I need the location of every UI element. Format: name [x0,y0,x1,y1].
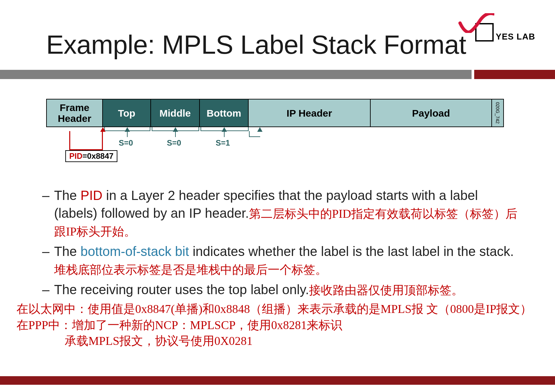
diagram-annotations: S=0 S=0 S=1 PID=0x8847 [46,127,508,167]
bullet-list: – The PID in a Layer 2 header specifies … [33,186,521,298]
pid-value: =0x8847 [82,152,113,160]
s-label-0a: S=0 [119,138,133,148]
bullet-item: – The receiving router uses the top labe… [33,281,521,298]
cell-middle: Middle [150,99,200,127]
logo-checkmark-icon [458,13,494,33]
page-title: Example: MPLS Label Stack Format [0,0,555,70]
bullet-text-0: The PID in a Layer 2 header specifies th… [54,186,521,240]
bullet-item: – The PID in a Layer 2 header specifies … [33,186,521,240]
cell-ip-header: IP Header [248,99,371,127]
bullet-item: – The bottom-of-stack bit indicates whet… [33,242,521,278]
slide: YES LAB Example: MPLS Label Stack Format… [0,0,555,392]
bullet-span: The [54,188,80,203]
bottom-bar [0,376,555,385]
footer-line-1: 在以太网中：使用值是0x8847(单播)和0x8848（组播）来表示承载的是MP… [16,301,538,333]
bullet-span: bottom-of-stack bit [80,244,189,259]
logo: YES LAB [475,23,535,42]
logo-checkbox-icon [475,23,494,42]
bullet-span: indicates whether the label is the last … [189,244,514,259]
logo-text: YES LAB [496,32,535,42]
s-label-1: S=1 [216,138,230,148]
title-divider [0,70,555,79]
bullet-span: PID [80,188,103,203]
pid-label-box: PID=0x8847 [65,150,117,162]
cell-payload: Payload [370,99,492,127]
cell-bottom: Bottom [199,99,249,127]
diagram-side-label: 020G_742 [491,99,504,127]
bullet-span: The receiving router uses the top label … [54,282,309,297]
s-label-0b: S=0 [167,138,181,148]
bullet-span: 接收路由器仅使用顶部标签。 [309,284,463,297]
cell-frame-header: Frame Header [46,99,103,127]
footer-chinese: 在以太网中：使用值是0x8847(单播)和0x8848（组播）来表示承载的是MP… [16,301,538,349]
mpls-diagram: Frame Header Top Middle Bottom IP Header… [46,99,508,167]
cell-top: Top [102,99,151,127]
diagram-row: Frame Header Top Middle Bottom IP Header… [46,99,508,127]
bullet-text-2: The receiving router uses the top label … [54,281,521,298]
bullet-span: 堆栈底部位表示标签是否是堆栈中的最后一个标签。 [54,263,327,276]
bullet-text-1: The bottom-of-stack bit indicates whethe… [54,242,521,278]
footer-line-2: 承载MPLS报文，协议号使用0X0281 [16,333,538,349]
bullet-span: The [54,244,80,259]
pid-key: PID [69,152,82,160]
